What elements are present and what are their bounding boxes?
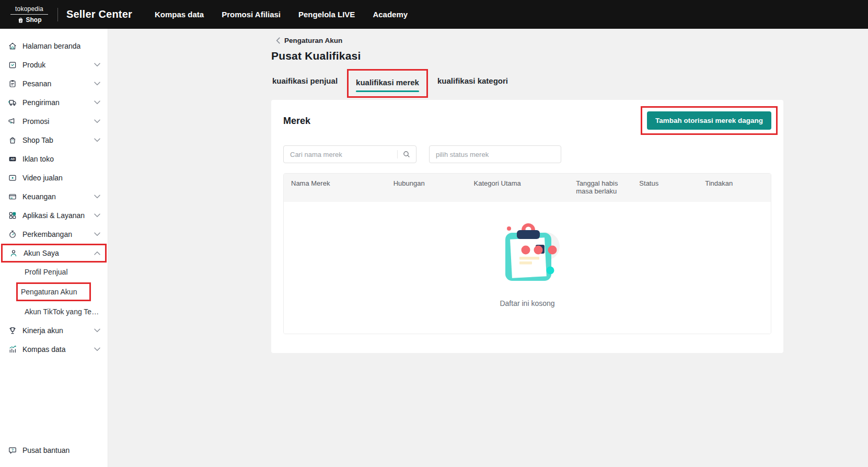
- home-icon: [7, 41, 17, 51]
- select-placeholder: pilih status merek: [436, 151, 489, 158]
- sidebar-item-akun-saya[interactable]: Akun Saya: [1, 244, 107, 263]
- chevron-down-icon: [94, 232, 100, 236]
- order-icon: [7, 79, 17, 89]
- chevron-down-icon: [94, 213, 100, 218]
- annotation-box-active-tab: kualifikasi merek: [347, 69, 428, 98]
- search-icon[interactable]: [402, 150, 411, 158]
- main-content: Pengaturan Akun Pusat Kualifikasi kuaifi…: [108, 29, 868, 467]
- merek-panel: Merek Tambah otorisasi merek dagang pili…: [271, 100, 783, 353]
- brand-search: [283, 145, 416, 163]
- sidebar-menu: Halaman berandaProdukPesananPengirimanPr…: [0, 37, 108, 359]
- sidebar-item-halaman-beranda[interactable]: Halaman beranda: [0, 37, 108, 55]
- topbar: tokopedia Shop Seller Center Kompas data…: [0, 0, 868, 29]
- sidebar-item-label: Keuangan: [22, 192, 56, 201]
- sidebar-item-video-jualan[interactable]: Video jualan: [0, 168, 108, 187]
- sidebar-item-label: Pengiriman: [22, 98, 60, 107]
- chevron-down-icon: [94, 82, 100, 86]
- topnav-item-academy[interactable]: Academy: [364, 5, 416, 24]
- chevron-down-icon: [94, 63, 100, 67]
- sidebar-item-pusat-bantuan[interactable]: ? Pusat bantuan: [0, 441, 108, 460]
- sidebar-item-label: Akun TikTok yang Tertaut: [25, 307, 100, 316]
- sidebar-spacer: [0, 359, 108, 441]
- sidebar-item-pesanan[interactable]: Pesanan: [0, 74, 108, 93]
- sidebar-item-iklan-toko[interactable]: ADIklan toko: [0, 150, 108, 168]
- table-header-row: Nama MerekHubunganKategori UtamaTanggal …: [284, 174, 771, 202]
- sidebar-item-kompas-data[interactable]: Kompas data: [0, 340, 108, 359]
- sidebar-item-kinerja-akun[interactable]: Kinerja akun: [0, 321, 108, 340]
- finance-icon: [7, 192, 17, 202]
- sidebar-item-akun-tiktok-yang-tertaut[interactable]: Akun TikTok yang Tertaut: [0, 302, 108, 321]
- performance-icon: [7, 326, 17, 336]
- tokopedia-shop-logo[interactable]: tokopedia Shop: [10, 5, 48, 24]
- shop-bag-icon: [17, 17, 24, 24]
- column-header-status: Status: [632, 174, 698, 202]
- logo-brand-text: tokopedia: [10, 5, 48, 15]
- sidebar-item-perkembangan[interactable]: Perkembangan: [0, 225, 108, 244]
- sidebar-item-label: Halaman beranda: [22, 42, 80, 50]
- tab-kualifikasi-kategori[interactable]: kualifikasi kategori: [436, 73, 509, 94]
- chevron-down-icon: [94, 119, 100, 123]
- sidebar-item-pengiriman[interactable]: Pengiriman: [0, 93, 108, 112]
- compass-icon: [7, 345, 17, 355]
- tab-kualifikasi-merek[interactable]: kualifikasi merek: [355, 75, 420, 95]
- sidebar-item-keuangan[interactable]: Keuangan: [0, 187, 108, 206]
- video-icon: [7, 173, 17, 183]
- breadcrumb-label: Pengaturan Akun: [284, 37, 342, 44]
- panel-heading: Merek: [283, 116, 310, 127]
- empty-list-text: Daftar ini kosong: [500, 299, 554, 307]
- chevron-down-icon: [94, 100, 100, 105]
- promo-icon: [7, 117, 17, 127]
- account-icon: [8, 248, 18, 258]
- sidebar-item-produk[interactable]: Produk: [0, 55, 108, 74]
- chevron-down-icon: [94, 138, 100, 142]
- svg-text:?: ?: [11, 448, 13, 452]
- sidebar-item-pengaturan-akun[interactable]: Pengaturan Akun: [0, 281, 108, 302]
- growth-icon: [7, 230, 17, 240]
- sidebar-item-label: Pengaturan Akun: [16, 282, 91, 301]
- sidebar-item-label: Kinerja akun: [22, 326, 63, 335]
- chevron-down-icon: [94, 347, 100, 351]
- add-brand-authorization-button[interactable]: Tambah otorisasi merek dagang: [647, 111, 771, 130]
- svg-text:AD: AD: [10, 157, 14, 161]
- brand-table: Nama MerekHubunganKategori UtamaTanggal …: [283, 173, 771, 334]
- sidebar-item-profil-penjual[interactable]: Profil Penjual: [0, 263, 108, 281]
- sidebar-item-label: Profil Penjual: [25, 268, 68, 276]
- search-input[interactable]: [290, 151, 397, 158]
- brand-status-select[interactable]: pilih status merek: [429, 145, 561, 163]
- tabs: kuaifikasi penjual kualifikasi merek kua…: [271, 70, 868, 97]
- sidebar-item-label: Shop Tab: [22, 136, 53, 144]
- topbar-nav: Kompas dataPromosi AfiliasiPengelola LIV…: [146, 5, 416, 24]
- column-header-tindakan: Tindakan: [698, 174, 771, 202]
- sidebar-item-shop-tab[interactable]: Shop Tab: [0, 131, 108, 150]
- sidebar-item-label: Akun Saya: [24, 249, 59, 257]
- column-header-kategori-utama: Kategori Utama: [466, 174, 569, 202]
- apps-icon: [7, 211, 17, 221]
- sidebar-item-label: Video jualan: [22, 174, 63, 182]
- topnav-item-kompas-data[interactable]: Kompas data: [146, 5, 213, 24]
- logo-sub-text: Shop: [26, 16, 42, 24]
- column-header-nama-merek: Nama Merek: [284, 174, 386, 202]
- shipping-icon: [7, 98, 17, 108]
- page-title: Pusat Kualifikasi: [271, 50, 868, 62]
- breadcrumb[interactable]: Pengaturan Akun: [276, 37, 868, 44]
- shoptab-icon: [7, 135, 17, 145]
- sidebar-item-label: Kompas data: [22, 345, 66, 354]
- tab-kualifikasi-penjual[interactable]: kuaifikasi penjual: [271, 73, 339, 94]
- column-header-tanggal-habis-masa-berlaku: Tanggal habis masa berlaku: [569, 174, 632, 202]
- product-icon: [7, 60, 17, 70]
- sidebar: Halaman berandaProdukPesananPengirimanPr…: [0, 29, 108, 467]
- sidebar-item-label: Pesanan: [22, 79, 51, 88]
- sidebar-item-aplikasi-layanan[interactable]: Aplikasi & Layanan: [0, 206, 108, 225]
- sidebar-item-label: Iklan toko: [22, 155, 54, 163]
- sidebar-item-label: Promosi: [22, 117, 49, 126]
- table-empty-state: Daftar ini kosong: [284, 202, 771, 334]
- sidebar-item-promosi[interactable]: Promosi: [0, 112, 108, 131]
- empty-list-illustration: [495, 222, 560, 289]
- topnav-item-promosi-afiliasi[interactable]: Promosi Afiliasi: [213, 5, 290, 24]
- seller-center-title: Seller Center: [66, 8, 132, 20]
- column-header-hubungan: Hubungan: [386, 174, 467, 202]
- annotation-box-add-button: Tambah otorisasi merek dagang: [641, 106, 778, 135]
- topnav-item-pengelola-live[interactable]: Pengelola LIVE: [290, 5, 364, 24]
- chevron-up-icon: [94, 251, 100, 255]
- sidebar-item-label: Pusat bantuan: [22, 446, 70, 454]
